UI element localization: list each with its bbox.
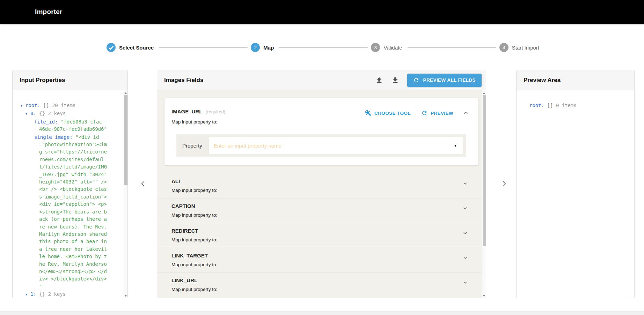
scroll-down-icon[interactable] [125,295,127,297]
json-meta: [] 20 items [43,103,76,108]
json-key: root: [25,103,40,108]
field-name: LINK_URL [171,277,486,283]
field-card-top: IMAGE_URL (required) Map input property … [171,108,471,125]
scrollbar-thumb[interactable] [124,95,127,185]
dropdown-arrow-icon[interactable]: ▼ [454,144,457,148]
step-label: Select Source [119,45,154,51]
chevron-down-icon [462,230,469,237]
collapse-field-button[interactable] [462,110,469,117]
map-input-label: Map input property to: [171,262,486,267]
download-icon [391,76,399,84]
input-properties-body: ▼root: [] 20 items▼0: {} 2 keysfile_id: … [13,90,127,298]
json-meta: {} 2 keys [39,291,66,297]
chevron-down-icon [462,254,469,261]
field-name: ALT [171,178,486,184]
field-row-alt[interactable]: ALTMap input property to: [157,174,486,198]
app-header: Importer [0,0,644,24]
map-input-label: Map input property to: [171,287,486,292]
json-key: file_id: [34,119,58,125]
map-input-label: Map input property to: [171,212,486,218]
preview-area-body: root: [] 0 items [517,90,634,298]
step-label: Validate [383,45,402,51]
property-label: Property [182,143,202,149]
preview-button[interactable]: PREVIEW [421,110,453,116]
step-validate[interactable]: 3 Validate [371,43,402,52]
vertical-scrollbar[interactable] [124,90,127,298]
choose-tool-button[interactable]: CHOOSE TOOL [365,110,411,116]
property-input-wrap: ▼ [209,137,463,154]
scroll-up-icon[interactable] [483,92,485,94]
upload-button[interactable] [375,76,383,84]
tree-collapse-icon[interactable]: ▼ [25,291,30,298]
app-title: Importer [0,0,644,24]
json-tree: ▼root: [] 20 items▼0: {} 2 keysfile_id: … [13,90,127,298]
json-key: 1: [30,291,36,297]
field-row-redirect[interactable]: REDIRECTMap input property to: [157,223,486,248]
upload-icon [375,76,383,84]
field-row-link_url[interactable]: LINK_URLMap input property to: [157,272,486,297]
property-row: Property ▼ [176,134,466,157]
required-label: (required) [206,109,225,114]
stepper: Select Source 2 Map 3 Validate 4 Start I… [107,42,539,53]
panel-title: Images Fields [164,77,203,84]
chevron-down-icon [462,279,469,286]
step-map[interactable]: 2 Map [251,43,274,52]
images-fields-panel: Images Fields PREVIEW ALL FIELDS IMAGE_U… [157,70,486,298]
refresh-icon [413,77,419,83]
property-name-input[interactable] [209,137,463,154]
panel-title: Input Properties [20,77,65,84]
step-connector [159,47,248,48]
field-name: IMAGE_URL [171,108,202,114]
field-name: CAPTION [171,203,486,209]
next-page-button[interactable] [499,179,509,189]
images-fields-header: Images Fields PREVIEW ALL FIELDS [157,70,486,90]
tree-collapse-icon[interactable]: ▼ [21,102,25,110]
horizontal-scrollbar[interactable] [0,312,644,315]
json-meta: [] 0 items [547,103,577,108]
field-name: LINK_TARGET [171,253,486,258]
map-input-label: Map input property to: [171,237,486,242]
panel-title: Preview Area [524,77,561,84]
step-start-import[interactable]: 4 Start Import [499,43,539,52]
download-button[interactable] [391,76,400,84]
scroll-down-icon[interactable] [483,295,485,297]
crossed-tools-icon [365,110,371,116]
step-number: 3 [371,43,380,52]
scrollbar-thumb[interactable] [483,95,486,246]
json-field-row: single_image: "<div id="photowithcaption… [34,134,108,291]
expand-field-button [462,205,469,213]
json-key: 0: [30,111,36,116]
vertical-scrollbar[interactable] [482,90,486,298]
json-item-row: ▼0: {} 2 keys [13,110,127,118]
header-actions: PREVIEW ALL FIELDS [375,74,482,87]
scroll-up-icon[interactable] [125,92,127,94]
field-row-caption[interactable]: CAPTIONMap input property to: [157,198,486,223]
step-select-source[interactable]: Select Source [107,43,154,52]
preview-area-panel: Preview Area root: [] 0 items [516,70,635,298]
field-card-titles: IMAGE_URL (required) Map input property … [171,108,225,125]
json-root-row: ▼root: [] 20 items [13,102,127,110]
step-number: 4 [499,43,508,52]
step-label: Start Import [512,45,539,51]
json-meta: {} 2 keys [39,111,66,116]
step-connector [279,47,368,48]
preview-all-fields-button[interactable]: PREVIEW ALL FIELDS [407,74,482,87]
expand-field-button [462,279,469,287]
field-card-actions: CHOOSE TOOL PREVIEW [365,110,471,117]
map-input-label: Map input property to: [171,188,486,193]
step-connector [408,47,496,48]
chevron-up-icon [462,110,469,117]
chevron-right-icon [499,179,508,188]
expand-field-button [462,254,469,263]
field-row-link_target[interactable]: LINK_TARGETMap input property to: [157,248,486,272]
step-completed-check-icon [107,43,116,52]
prev-page-button[interactable] [138,179,148,189]
tree-collapse-icon[interactable]: ▼ [25,110,30,118]
preview-label: PREVIEW [431,111,453,116]
json-key: single_image: [34,134,73,140]
images-fields-body: IMAGE_URL (required) Map input property … [157,90,486,298]
json-root-row: root: [] 0 items [517,102,634,109]
json-item-row: ▼1: {} 2 keys [13,291,127,298]
preview-area-header: Preview Area [517,70,634,90]
refresh-icon [421,110,427,116]
